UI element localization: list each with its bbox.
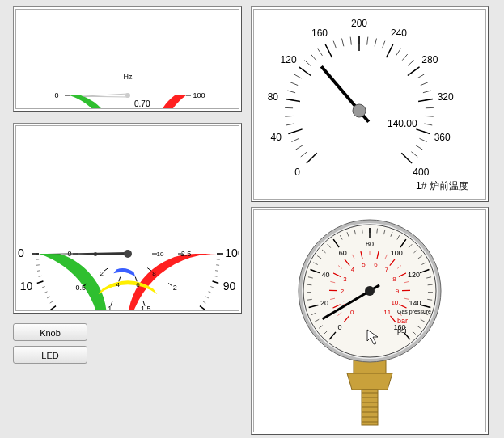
svg-text:120: 120 <box>281 54 297 65</box>
led-button[interactable]: LED <box>13 346 87 364</box>
gauge-temp: 04080120160200240280320360400140.001# 炉前… <box>254 10 485 199</box>
svg-text:8: 8 <box>152 270 156 277</box>
svg-text:10: 10 <box>157 251 164 258</box>
svg-text:4: 4 <box>116 281 120 288</box>
svg-text:80: 80 <box>268 91 279 103</box>
gauge-multi: 010203040506070809010000.511.522.5024681… <box>16 126 239 310</box>
svg-line-152 <box>286 124 294 125</box>
svg-text:Hz: Hz <box>124 73 133 81</box>
svg-line-156 <box>287 91 295 93</box>
svg-text:100: 100 <box>225 246 239 259</box>
svg-point-124 <box>124 250 132 258</box>
svg-line-181 <box>426 116 434 116</box>
svg-line-186 <box>411 152 417 157</box>
svg-line-108 <box>168 283 172 286</box>
svg-line-51 <box>37 271 40 272</box>
svg-text:psi: psi <box>397 326 407 335</box>
svg-line-173 <box>402 54 407 61</box>
svg-line-170 <box>382 41 384 48</box>
svg-line-187 <box>406 158 412 163</box>
svg-line-52 <box>39 276 42 276</box>
svg-text:100: 100 <box>391 249 403 257</box>
svg-text:80: 80 <box>208 310 221 310</box>
svg-marker-193 <box>347 373 392 390</box>
svg-text:280: 280 <box>421 54 438 65</box>
svg-line-163 <box>325 44 329 52</box>
svg-text:4: 4 <box>351 266 355 273</box>
svg-text:7: 7 <box>385 266 389 273</box>
svg-text:3: 3 <box>343 276 347 283</box>
svg-line-178 <box>423 91 431 93</box>
svg-text:20: 20 <box>35 310 48 310</box>
svg-text:0: 0 <box>54 91 58 99</box>
svg-text:Gas pressure: Gas pressure <box>397 309 431 315</box>
svg-line-177 <box>421 82 428 86</box>
svg-line-148 <box>301 152 307 157</box>
gauge-pressure: 02040608010012014016001234567891011Gas p… <box>254 210 485 432</box>
svg-point-24 <box>125 93 130 98</box>
svg-text:6: 6 <box>374 261 378 268</box>
gauge-hz-panel: 0102030405060708090100Hz0.70 <box>13 6 242 112</box>
svg-line-172 <box>396 49 401 56</box>
svg-text:2: 2 <box>100 270 104 277</box>
gauge-temp-panel: 04080120160200240280320360400140.001# 炉前… <box>251 6 489 202</box>
svg-text:1# 炉前温度: 1# 炉前温度 <box>416 180 468 192</box>
svg-line-162 <box>318 49 323 56</box>
svg-text:0: 0 <box>338 323 342 331</box>
svg-line-151 <box>289 131 297 133</box>
svg-line-90 <box>205 297 209 298</box>
svg-text:5: 5 <box>362 261 366 268</box>
svg-line-159 <box>299 67 306 72</box>
svg-text:0.70: 0.70 <box>134 99 150 108</box>
svg-line-164 <box>333 41 336 48</box>
svg-line-56 <box>47 297 50 298</box>
svg-line-150 <box>291 138 299 141</box>
svg-line-160 <box>304 61 310 66</box>
svg-text:160: 160 <box>311 27 328 39</box>
svg-text:0: 0 <box>18 246 24 259</box>
svg-text:240: 240 <box>391 27 407 39</box>
svg-line-91 <box>209 292 212 293</box>
svg-marker-23 <box>83 94 128 97</box>
svg-line-120 <box>147 268 151 272</box>
svg-text:6: 6 <box>136 281 140 288</box>
svg-text:8: 8 <box>392 276 396 283</box>
svg-line-169 <box>375 39 376 47</box>
svg-text:10: 10 <box>20 280 33 293</box>
svg-line-182 <box>424 124 432 125</box>
svg-line-185 <box>416 145 423 150</box>
svg-line-147 <box>307 158 312 163</box>
svg-text:1.5: 1.5 <box>141 305 151 310</box>
svg-line-158 <box>294 74 302 78</box>
svg-text:0: 0 <box>350 309 354 316</box>
svg-line-54 <box>42 286 45 287</box>
svg-text:11: 11 <box>383 309 391 316</box>
svg-text:10: 10 <box>391 299 398 306</box>
app-canvas: 0102030405060708090100Hz0.70 01020304050… <box>0 0 504 438</box>
svg-line-89 <box>203 301 205 303</box>
svg-line-166 <box>350 37 351 45</box>
svg-line-171 <box>389 44 393 52</box>
svg-line-57 <box>50 301 53 303</box>
svg-text:360: 360 <box>434 132 451 143</box>
svg-text:2: 2 <box>173 284 177 292</box>
svg-line-176 <box>417 74 425 78</box>
svg-text:200: 200 <box>351 18 367 29</box>
svg-line-153 <box>285 116 293 116</box>
gauge-hz: 0102030405060708090100Hz0.70 <box>16 10 239 108</box>
svg-text:100: 100 <box>193 91 205 99</box>
svg-line-149 <box>296 145 303 150</box>
svg-line-50 <box>36 265 40 266</box>
svg-text:400: 400 <box>413 166 429 178</box>
svg-point-189 <box>353 104 366 117</box>
svg-text:90: 90 <box>223 280 236 293</box>
svg-line-92 <box>210 286 214 287</box>
svg-text:140.00: 140.00 <box>388 118 417 129</box>
svg-line-174 <box>408 61 413 66</box>
svg-text:bar: bar <box>397 317 408 325</box>
svg-line-55 <box>44 292 48 293</box>
svg-text:40: 40 <box>271 132 282 143</box>
knob-button[interactable]: Knob <box>13 323 87 341</box>
svg-line-165 <box>342 39 344 47</box>
svg-text:140: 140 <box>409 299 421 307</box>
